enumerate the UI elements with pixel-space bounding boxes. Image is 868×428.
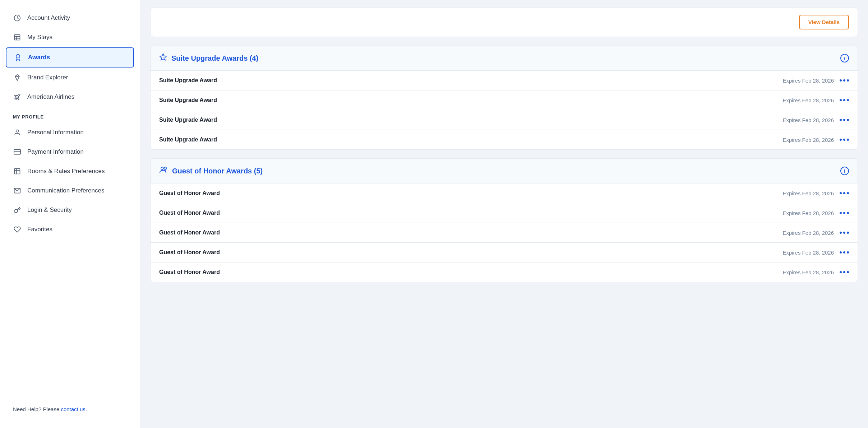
table-row: Suite Upgrade Award Expires Feb 28, 2026 <box>151 130 858 149</box>
award-menu-button[interactable] <box>840 212 849 214</box>
profile-section-title: MY PROFILE <box>0 107 140 123</box>
svg-rect-11 <box>15 169 20 174</box>
envelope-icon <box>13 186 22 195</box>
award-menu-button[interactable] <box>840 139 849 141</box>
award-right: Expires Feb 28, 2026 <box>782 269 849 275</box>
sidebar-help: Need Help? Please contact us. <box>0 399 140 419</box>
svg-rect-1 <box>15 35 20 40</box>
sidebar-item-awards[interactable]: Awards <box>6 47 134 68</box>
sidebar-item-brand-explorer[interactable]: Brand Explorer <box>6 68 134 87</box>
sidebar-item-american-airlines[interactable]: American Airlines <box>6 88 134 106</box>
guest-awards-list: Guest of Honor Award Expires Feb 28, 202… <box>151 183 858 282</box>
award-menu-button[interactable] <box>840 251 849 253</box>
award-menu-button[interactable] <box>840 192 849 194</box>
award-icon <box>14 53 22 62</box>
svg-rect-9 <box>14 149 20 154</box>
sidebar-item-label: Brand Explorer <box>27 74 68 81</box>
sidebar-item-communication-preferences[interactable]: Communication Preferences <box>6 181 134 200</box>
key-icon <box>13 206 22 214</box>
award-right: Expires Feb 28, 2026 <box>782 137 849 143</box>
sidebar: Account Activity My Stays Awards Brand E… <box>0 0 140 428</box>
view-details-button[interactable]: View Details <box>799 15 849 29</box>
sidebar-item-label: My Stays <box>27 34 52 41</box>
award-name: Guest of Honor Award <box>159 269 220 275</box>
award-expiry: Expires Feb 28, 2026 <box>782 210 834 216</box>
person-icon <box>13 128 22 137</box>
card-icon <box>13 148 22 156</box>
sidebar-item-rooms-rates-preferences[interactable]: Rooms & Rates Preferences <box>6 162 134 181</box>
sidebar-item-favorites[interactable]: Favorites <box>6 220 134 239</box>
suite-info-icon[interactable]: i <box>840 54 849 62</box>
sidebar-item-label: Account Activity <box>27 14 70 22</box>
svg-point-18 <box>161 167 163 169</box>
profile-nav: Personal Information Payment Information… <box>0 123 140 239</box>
svg-marker-6 <box>15 75 19 81</box>
svg-point-5 <box>16 55 20 58</box>
award-expiry: Expires Feb 28, 2026 <box>782 269 834 275</box>
award-expiry: Expires Feb 28, 2026 <box>782 230 834 236</box>
sidebar-item-label: Favorites <box>27 226 52 233</box>
sidebar-item-account-activity[interactable]: Account Activity <box>6 9 134 27</box>
guest-honor-awards-section: Guest of Honor Awards (5) i Guest of Hon… <box>150 158 858 282</box>
suite-upgrade-title: Suite Upgrade Awards (4) <box>159 53 258 63</box>
award-right: Expires Feb 28, 2026 <box>782 97 849 103</box>
award-expiry: Expires Feb 28, 2026 <box>782 78 834 84</box>
suite-star-icon <box>159 53 167 63</box>
award-name: Suite Upgrade Award <box>159 117 217 123</box>
award-right: Expires Feb 28, 2026 <box>782 78 849 84</box>
table-row: Guest of Honor Award Expires Feb 28, 202… <box>151 203 858 223</box>
award-menu-button[interactable] <box>840 271 849 273</box>
table-row: Guest of Honor Award Expires Feb 28, 202… <box>151 223 858 243</box>
sidebar-item-my-stays[interactable]: My Stays <box>6 28 134 47</box>
guest-honor-header: Guest of Honor Awards (5) i <box>151 159 858 183</box>
sidebar-item-label: Login & Security <box>27 206 72 214</box>
sidebar-item-label: American Airlines <box>27 93 74 101</box>
main-content: View Details Suite Upgrade Awards (4) i … <box>140 0 868 428</box>
suite-awards-list: Suite Upgrade Award Expires Feb 28, 2026… <box>151 71 858 149</box>
award-name: Suite Upgrade Award <box>159 77 217 84</box>
table-row: Suite Upgrade Award Expires Feb 28, 2026 <box>151 71 858 90</box>
sidebar-item-label: Personal Information <box>27 129 84 136</box>
award-menu-button[interactable] <box>840 119 849 121</box>
diamond-icon <box>13 73 22 82</box>
award-expiry: Expires Feb 28, 2026 <box>782 190 834 196</box>
award-name: Guest of Honor Award <box>159 249 220 256</box>
award-expiry: Expires Feb 28, 2026 <box>782 250 834 256</box>
award-name: Guest of Honor Award <box>159 190 220 196</box>
contact-us-link[interactable]: contact us. <box>61 406 87 412</box>
clock-icon <box>13 14 22 22</box>
table-row: Guest of Honor Award Expires Feb 28, 202… <box>151 262 858 282</box>
suite-upgrade-header: Suite Upgrade Awards (4) i <box>151 46 858 71</box>
suite-upgrade-awards-section: Suite Upgrade Awards (4) i Suite Upgrade… <box>150 46 858 150</box>
award-right: Expires Feb 28, 2026 <box>782 190 849 196</box>
award-name: Guest of Honor Award <box>159 229 220 236</box>
sidebar-item-label: Communication Preferences <box>27 187 104 194</box>
award-name: Suite Upgrade Award <box>159 97 217 103</box>
guest-honor-info-icon[interactable]: i <box>840 167 849 175</box>
award-right: Expires Feb 28, 2026 <box>782 250 849 256</box>
sidebar-item-personal-information[interactable]: Personal Information <box>6 123 134 142</box>
award-menu-button[interactable] <box>840 79 849 82</box>
book-icon <box>13 167 22 176</box>
sidebar-item-login-security[interactable]: Login & Security <box>6 201 134 219</box>
sidebar-item-label: Payment Information <box>27 148 84 155</box>
award-expiry: Expires Feb 28, 2026 <box>782 117 834 123</box>
award-right: Expires Feb 28, 2026 <box>782 230 849 236</box>
heart-icon <box>13 225 22 234</box>
award-expiry: Expires Feb 28, 2026 <box>782 137 834 143</box>
award-expiry: Expires Feb 28, 2026 <box>782 97 834 103</box>
building-icon <box>13 33 22 42</box>
award-right: Expires Feb 28, 2026 <box>782 117 849 123</box>
svg-point-19 <box>164 167 167 169</box>
top-partial-section: View Details <box>150 7 858 37</box>
sidebar-item-payment-information[interactable]: Payment Information <box>6 143 134 161</box>
award-name: Guest of Honor Award <box>159 210 220 216</box>
sidebar-item-label: Rooms & Rates Preferences <box>27 168 105 175</box>
table-row: Guest of Honor Award Expires Feb 28, 202… <box>151 243 858 262</box>
sidebar-nav: Account Activity My Stays Awards Brand E… <box>0 9 140 107</box>
guest-honor-title: Guest of Honor Awards (5) <box>159 166 263 176</box>
award-menu-button[interactable] <box>840 232 849 234</box>
award-menu-button[interactable] <box>840 99 849 101</box>
svg-point-8 <box>16 130 19 132</box>
table-row: Guest of Honor Award Expires Feb 28, 202… <box>151 183 858 203</box>
